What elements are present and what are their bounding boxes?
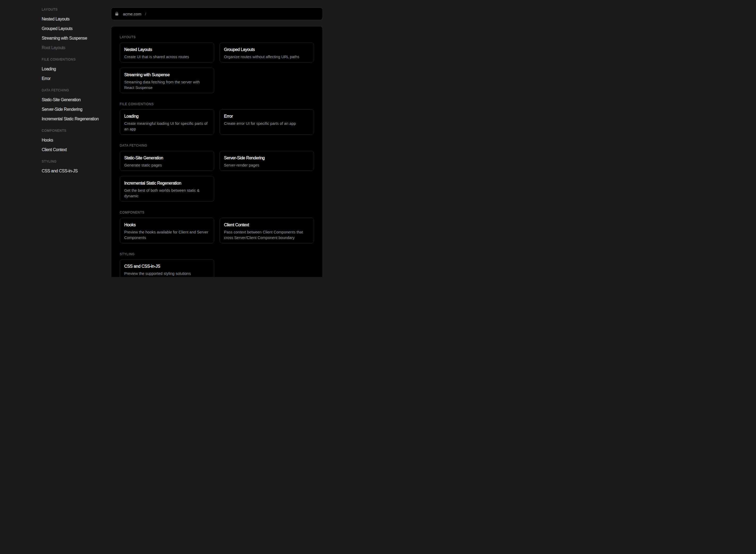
sidebar-item-root-layouts[interactable]: Root Layouts bbox=[42, 43, 111, 53]
page: LAYOUTSNested LayoutsGrouped LayoutsStre… bbox=[0, 0, 378, 277]
demo-card-static-site-generation[interactable]: Static-Site GenerationGenerate static pa… bbox=[120, 151, 214, 171]
sidebar-item-error[interactable]: Error bbox=[42, 74, 111, 84]
sidebar-section: FILE CONVENTIONSLoadingError bbox=[42, 57, 111, 84]
card-title: Incremental Static Regeneration bbox=[124, 180, 210, 186]
card-title: Server-Side Rendering bbox=[224, 155, 310, 161]
content-section: FILE CONVENTIONSLoadingCreate meaningful… bbox=[120, 102, 314, 135]
sidebar-section-header: STYLING bbox=[42, 159, 111, 164]
card-title: Error bbox=[224, 113, 310, 119]
content-section-header: COMPONENTS bbox=[120, 210, 314, 215]
demo-card-client-context[interactable]: Client ContextPass context between Clien… bbox=[219, 218, 314, 243]
demo-card-grouped-layouts[interactable]: Grouped LayoutsOrganize routes without a… bbox=[219, 43, 314, 62]
sidebar-item-nested-layouts[interactable]: Nested Layouts bbox=[42, 14, 111, 24]
card-title: Client Context bbox=[224, 222, 310, 228]
card-title: Grouped Layouts bbox=[224, 47, 310, 53]
demo-card-loading[interactable]: LoadingCreate meaningful loading UI for … bbox=[120, 109, 214, 135]
card-description: Pass context between Client Components t… bbox=[224, 229, 310, 241]
content-section-header: LAYOUTS bbox=[120, 35, 314, 39]
content-section: STYLINGCSS and CSS-in-JSPreview the supp… bbox=[120, 252, 314, 277]
card-description: Get the best of both worlds between stat… bbox=[124, 188, 210, 199]
demo-card-css-and-css-in-js[interactable]: CSS and CSS-in-JSPreview the supported s… bbox=[120, 259, 214, 277]
sidebar: LAYOUTSNested LayoutsGrouped LayoutsStre… bbox=[42, 7, 111, 277]
card-title: Nested Layouts bbox=[124, 47, 210, 53]
sidebar-section-header: LAYOUTS bbox=[42, 7, 111, 12]
content-section: COMPONENTSHooksPreview the hooks availab… bbox=[120, 210, 314, 243]
demo-card-nested-layouts[interactable]: Nested LayoutsCreate UI that is shared a… bbox=[120, 43, 214, 62]
demo-card-streaming-with-suspense[interactable]: Streaming with SuspenseStreaming data fe… bbox=[120, 68, 214, 93]
card-title: Static-Site Generation bbox=[124, 155, 210, 161]
sidebar-item-streaming-with-suspense[interactable]: Streaming with Suspense bbox=[42, 34, 111, 43]
card-title: CSS and CSS-in-JS bbox=[124, 263, 210, 270]
demo-card-incremental-static-regeneration[interactable]: Incremental Static RegenerationGet the b… bbox=[120, 176, 214, 202]
sidebar-section-header: DATA FETCHING bbox=[42, 88, 111, 93]
content-section-header: DATA FETCHING bbox=[120, 144, 314, 148]
card-description: Streaming data fetching from the server … bbox=[124, 79, 210, 91]
sidebar-item-loading[interactable]: Loading bbox=[42, 64, 111, 74]
sidebar-section: COMPONENTSHooksClient Context bbox=[42, 128, 111, 155]
demo-card-hooks[interactable]: HooksPreview the hooks available for Cli… bbox=[120, 218, 214, 243]
card-description: Create meaningful loading UI for specifi… bbox=[124, 121, 210, 132]
demo-card-error[interactable]: ErrorCreate error UI for specific parts … bbox=[219, 109, 314, 135]
card-description: Organize routes without affecting URL pa… bbox=[224, 54, 310, 60]
content-section-header: STYLING bbox=[120, 252, 314, 256]
card-description: Create error UI for specific parts of an… bbox=[224, 121, 310, 126]
sidebar-section: LAYOUTSNested LayoutsGrouped LayoutsStre… bbox=[42, 7, 111, 53]
sidebar-section: DATA FETCHINGStatic-Site GenerationServe… bbox=[42, 88, 111, 124]
card-description: Preview the hooks available for Client a… bbox=[124, 229, 210, 241]
card-grid: Static-Site GenerationGenerate static pa… bbox=[120, 151, 314, 202]
card-grid: LoadingCreate meaningful loading UI for … bbox=[120, 109, 314, 135]
card-grid: Nested LayoutsCreate UI that is shared a… bbox=[120, 43, 314, 93]
sidebar-item-client-context[interactable]: Client Context bbox=[42, 145, 111, 155]
card-title: Streaming with Suspense bbox=[124, 72, 210, 78]
content-window: LAYOUTSNested LayoutsCreate UI that is s… bbox=[111, 26, 323, 277]
sidebar-item-static-site-generation[interactable]: Static-Site Generation bbox=[42, 95, 111, 105]
card-grid: CSS and CSS-in-JSPreview the supported s… bbox=[120, 259, 314, 277]
sidebar-item-grouped-layouts[interactable]: Grouped Layouts bbox=[42, 24, 111, 34]
card-description: Create UI that is shared across routes bbox=[124, 54, 210, 60]
sidebar-item-incremental-static-regeneration[interactable]: Incremental Static Regeneration bbox=[42, 114, 111, 124]
content-section: LAYOUTSNested LayoutsCreate UI that is s… bbox=[120, 35, 314, 93]
browser-address-bar[interactable]: acme.com / bbox=[111, 7, 323, 20]
demo-card-server-side-rendering[interactable]: Server-Side RenderingServer-render pages bbox=[219, 151, 314, 171]
card-description: Preview the supported styling solutions bbox=[124, 271, 210, 276]
url-host: acme.com bbox=[123, 12, 141, 16]
sidebar-item-server-side-rendering[interactable]: Server-Side Rendering bbox=[42, 105, 111, 114]
card-grid: HooksPreview the hooks available for Cli… bbox=[120, 218, 314, 243]
sidebar-section-header: FILE CONVENTIONS bbox=[42, 57, 111, 62]
content-section: DATA FETCHINGStatic-Site GenerationGener… bbox=[120, 144, 314, 202]
lock-icon bbox=[115, 12, 118, 16]
sidebar-item-css-and-css-in-js[interactable]: CSS and CSS-in-JS bbox=[42, 166, 111, 176]
sidebar-section-header: COMPONENTS bbox=[42, 128, 111, 133]
sidebar-item-hooks[interactable]: Hooks bbox=[42, 135, 111, 145]
card-title: Loading bbox=[124, 113, 210, 119]
main-column: acme.com / LAYOUTSNested LayoutsCreate U… bbox=[111, 7, 323, 277]
content-section-header: FILE CONVENTIONS bbox=[120, 102, 314, 106]
card-description: Server-render pages bbox=[224, 163, 310, 168]
card-title: Hooks bbox=[124, 222, 210, 228]
card-description: Generate static pages bbox=[124, 163, 210, 168]
url-path-separator: / bbox=[145, 12, 146, 16]
sidebar-section: STYLINGCSS and CSS-in-JS bbox=[42, 159, 111, 176]
